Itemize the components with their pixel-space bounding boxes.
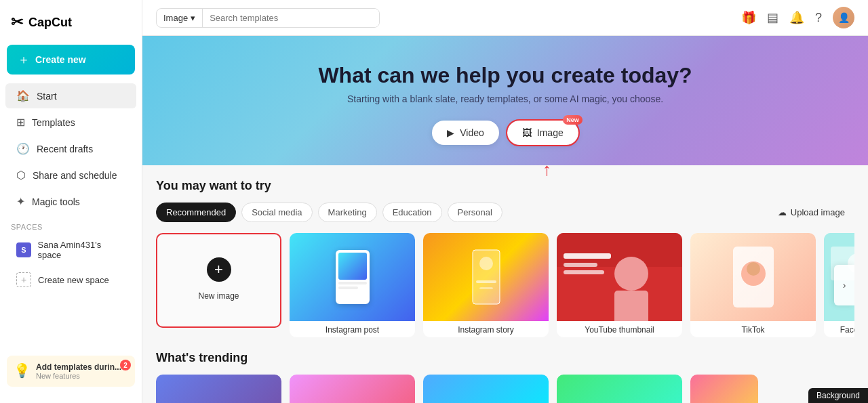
grid-icon: ⊞ <box>16 116 25 129</box>
svg-rect-8 <box>564 253 611 259</box>
bell-icon[interactable]: 🔔 <box>789 10 804 25</box>
hero-title: What can we help you create today? <box>156 63 854 88</box>
upload-image-button[interactable]: ☁ Upload image <box>768 203 854 221</box>
image-button[interactable]: 🖼 Image New <box>507 121 578 145</box>
notification-badge: 2 <box>120 360 131 370</box>
template-card-youtube[interactable]: YouTube thumbnail <box>557 233 682 337</box>
svg-rect-3 <box>479 287 493 289</box>
filter-tab-marketing[interactable]: Marketing <box>318 203 377 222</box>
content-area: You may want to try Recommended Social m… <box>142 165 868 403</box>
trending-card-background-magic[interactable]: Background magic <box>557 375 682 403</box>
video-button[interactable]: ▶ Video <box>432 121 499 145</box>
svg-rect-7 <box>614 291 648 321</box>
template-card-tiktok[interactable]: TikTok <box>690 233 816 337</box>
create-new-space[interactable]: + Create new space <box>5 267 136 293</box>
upload-label: Upload image <box>791 207 845 217</box>
trending-card-text-to-image[interactable]: Text to image: paint with your... <box>290 375 415 403</box>
svg-rect-2 <box>476 280 496 283</box>
notification-icon: 💡 <box>14 362 31 379</box>
filter-tab-social[interactable]: Social media <box>241 203 312 222</box>
template-grid: ↑ + New image Instagram post <box>156 233 854 337</box>
template-card-instagram-story[interactable]: Instagram story <box>423 233 549 337</box>
instagram-story-preview <box>469 247 503 307</box>
svg-rect-9 <box>564 263 597 267</box>
sidebar-item-recent-drafts[interactable]: 🕐 Recent drafts <box>5 136 136 161</box>
sidebar-item-label: Start <box>37 91 57 102</box>
bottom-background-tag: Background <box>808 388 868 403</box>
new-image-plus-icon: + <box>207 257 231 282</box>
space-name: Sana Amin431's space <box>38 240 125 260</box>
filter-tab-recommended[interactable]: Recommended <box>156 203 236 222</box>
search-type-button[interactable]: Image ▾ <box>157 9 203 27</box>
topbar: Image ▾ 🎁 ▤ 🔔 ? 👤 <box>142 0 868 36</box>
new-image-label: New image <box>198 287 239 303</box>
notification-title: Add templates durin... <box>36 362 121 372</box>
help-icon[interactable]: ? <box>815 11 822 25</box>
clock-icon: 🕐 <box>16 142 30 155</box>
tiktok-preview <box>726 243 781 311</box>
trending-card-batch-edit[interactable]: Batch edit: your perfect... <box>156 375 281 403</box>
arrow-indicator: ↑ <box>542 159 551 180</box>
template-card-instagram-post[interactable]: Instagram post <box>290 233 415 337</box>
filter-tabs-left: Recommended Social media Marketing Educa… <box>156 203 502 222</box>
new-image-arrow: ↑ <box>370 233 378 234</box>
svg-point-6 <box>614 257 648 291</box>
create-new-button[interactable]: ＋ Create new <box>7 45 135 75</box>
instagram-post-label: Instagram post <box>290 321 415 337</box>
magic-icon: ✦ <box>16 195 25 208</box>
sidebar-bottom: 💡 Add templates durin... New features 2 <box>0 347 142 395</box>
sidebar-item-label: Magic tools <box>32 196 80 207</box>
filter-tab-personal[interactable]: Personal <box>448 203 502 222</box>
main-content: Image ▾ 🎁 ▤ 🔔 ? 👤 What can we help you c… <box>142 0 868 403</box>
trending-grid: Batch edit: your perfect... Text to imag… <box>156 375 854 403</box>
hero-buttons: ▶ Video 🖼 Image New <box>156 121 854 145</box>
logo: ✂ CapCut <box>0 8 142 42</box>
menu-icon[interactable]: ▤ <box>767 10 778 25</box>
image-label: Image <box>537 127 564 138</box>
youtube-label: YouTube thumbnail <box>557 321 682 337</box>
create-new-label: Create new <box>35 54 86 65</box>
share-icon: ⬡ <box>16 169 26 182</box>
tiktok-label: TikTok <box>690 321 816 337</box>
sidebar-item-label: Templates <box>32 117 75 128</box>
filter-tab-education[interactable]: Education <box>382 203 442 222</box>
template-card-new-image[interactable]: + New image <box>156 233 281 328</box>
sidebar-item-label: Share and schedule <box>33 170 117 181</box>
create-space-label: Create new space <box>38 275 109 285</box>
facebook-label: Facebook <box>824 321 854 337</box>
youtube-preview <box>557 233 682 321</box>
search-bar: Image ▾ <box>156 8 380 28</box>
plus-circle-icon: + <box>16 272 31 287</box>
video-icon: ▶ <box>447 127 454 138</box>
instagram-post-preview <box>336 250 370 304</box>
space-item[interactable]: S Sana Amin431's space <box>5 234 136 266</box>
sidebar-item-start[interactable]: 🏠 Start <box>5 83 136 108</box>
gift-icon[interactable]: 🎁 <box>741 10 756 25</box>
sidebar-item-magic-tools[interactable]: ✦ Magic tools <box>5 189 136 214</box>
avatar[interactable]: 👤 <box>833 7 854 28</box>
chevron-down-icon: ▾ <box>191 13 195 23</box>
you-may-want-title: You may want to try <box>156 179 854 193</box>
sidebar-item-templates[interactable]: ⊞ Templates <box>5 110 136 135</box>
upload-icon: ☁ <box>778 207 787 217</box>
logo-text: CapCut <box>28 16 72 30</box>
topbar-icons: 🎁 ▤ 🔔 ? 👤 <box>741 7 854 28</box>
hero-banner: What can we help you create today? Start… <box>142 36 868 165</box>
spaces-label: Spaces <box>0 215 142 234</box>
trending-card-ai-more[interactable]: AI mo... fast... <box>690 375 758 403</box>
filter-tabs: Recommended Social media Marketing Educa… <box>156 203 854 222</box>
svg-point-1 <box>479 257 493 270</box>
search-input[interactable] <box>203 9 379 27</box>
search-type-label: Image <box>163 13 188 23</box>
notification-card[interactable]: 💡 Add templates durin... New features 2 <box>7 356 135 387</box>
svg-rect-10 <box>564 270 604 274</box>
carousel-next-button[interactable]: › <box>834 265 854 305</box>
space-avatar: S <box>16 242 31 257</box>
sidebar-item-label: Recent drafts <box>37 144 93 154</box>
trending-card-text-to-design[interactable]: Text to design: create now... <box>423 375 549 403</box>
home-icon: 🏠 <box>16 89 30 102</box>
notification-content: Add templates durin... New features <box>36 362 121 380</box>
sidebar-item-share-schedule[interactable]: ⬡ Share and schedule <box>5 163 136 188</box>
video-label: Video <box>460 127 484 138</box>
image-icon: 🖼 <box>522 127 532 138</box>
